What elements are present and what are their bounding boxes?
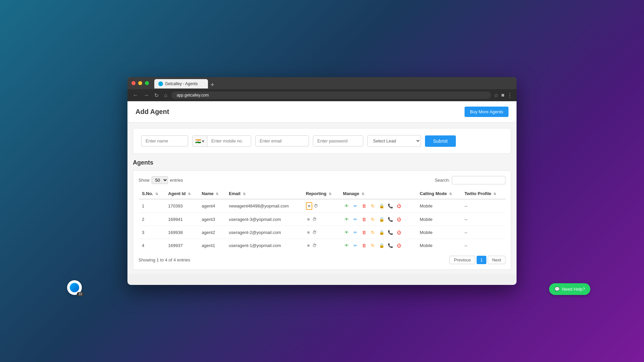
delete-icon[interactable]: 🗑 [361,242,368,249]
cell-twilio-profile: -- [461,226,505,239]
reload-button[interactable]: ↻ [153,92,160,99]
reporting-clock-icon[interactable]: ⏱ [312,243,317,248]
mobile-field-wrapper: 🇮🇳 ▾ [192,135,251,147]
delete-icon[interactable]: 🗑 [361,202,368,210]
url-bar[interactable] [171,92,491,99]
name-field[interactable] [141,135,188,146]
reporting-list-icon[interactable]: ≡ [306,202,313,210]
edit-icon[interactable]: ✏ [352,216,359,223]
mobile-input[interactable] [207,136,251,146]
phone-icon[interactable]: 📞 [387,216,394,223]
cell-email: useragent-2@yopmail.com [225,226,302,239]
edit-icon[interactable]: ✏ [352,229,359,236]
edit-icon[interactable]: ✏ [352,242,359,249]
reporting-clock-icon[interactable]: ⏱ [312,217,317,222]
new-tab-button[interactable]: + [211,81,214,88]
browser-tab[interactable]: Getcalley - Agents [154,79,208,88]
browser-titlebar: Getcalley - Agents + [127,77,517,89]
extensions-icon[interactable]: ■ [501,92,504,99]
col-email: Email ⇅ [225,188,302,199]
email-field[interactable] [255,135,309,146]
reporting-list-icon[interactable]: ≡ [306,216,311,223]
phone-icon[interactable]: 📞 [387,242,394,249]
cell-email: newagent48498@yopmail.com [225,199,302,213]
lock-icon[interactable]: 🔒 [378,202,385,210]
cell-name: agent4 [198,199,225,213]
show-entries-control: Show 50 entries [139,176,183,184]
pagination: Previous 1 Next [449,256,505,264]
back-button[interactable]: ← [131,92,140,98]
home-button[interactable]: ⌂ [163,92,169,98]
reporting-list-icon[interactable]: ≡ [306,229,311,236]
cell-calling-mode: Mobile [416,213,461,226]
whatsapp-icon: 💬 [554,287,560,292]
power-icon[interactable]: ⏻ [395,242,403,249]
power-icon[interactable]: ⏻ [395,202,403,210]
col-calling-mode: Calling Mode ⇅ [416,188,461,199]
page-content: Add Agent Buy More Agents 🇮🇳 ▾ Select Le… [127,101,517,274]
delete-icon[interactable]: 🗑 [361,216,368,223]
buy-more-agents-button[interactable]: Buy More Agents [465,107,508,117]
bookmark-icon[interactable]: ☆ [494,92,498,99]
cell-sno: 4 [139,239,165,252]
search-wrap: Search: [435,176,505,184]
view-icon[interactable]: 👁 [343,229,351,236]
view-icon[interactable]: 👁 [343,202,351,210]
sort-icon-calling-mode: ⇅ [449,192,452,196]
next-button[interactable]: Next [488,256,505,264]
sort-icon-manage: ⇅ [362,192,364,196]
cell-reporting: ≡⏱ [303,239,340,252]
select-lead-dropdown[interactable]: Select Lead [367,135,421,147]
page-header: Add Agent Buy More Agents [127,101,517,123]
sort-icon-reporting: ⇅ [329,192,331,196]
lock-icon[interactable]: 🔒 [378,229,385,236]
power-icon[interactable]: ⏻ [395,216,403,223]
showing-text: Showing 1 to 4 of 4 entries [139,257,190,262]
phone-icon[interactable]: 📞 [387,202,394,210]
cell-manage: 👁 ✏ 🗑 ↻ 🔒 📞 ⏻ [340,226,417,239]
lock-icon[interactable]: 🔒 [378,216,385,223]
cell-name: agent2 [198,226,225,239]
calley-logo-float: 33 [67,280,82,295]
country-flag[interactable]: 🇮🇳 ▾ [193,136,207,146]
refresh-icon[interactable]: ↻ [369,216,377,223]
add-agent-form: 🇮🇳 ▾ Select Lead Submit [133,128,511,154]
refresh-icon[interactable]: ↻ [369,229,377,236]
password-field[interactable] [313,135,363,146]
submit-button[interactable]: Submit [425,135,456,147]
table-controls: Show 50 entries Search: [139,176,505,184]
reporting-list-icon[interactable]: ≡ [306,242,311,249]
need-help-button[interactable]: 💬 Need Help? [549,283,590,295]
minimize-icon[interactable] [138,81,142,85]
show-label: Show [139,178,150,183]
table-header-row: S.No. ⇅ Agent Id ⇅ Name ⇅ Email ⇅ Report… [139,188,505,199]
maximize-icon[interactable] [145,81,149,85]
help-btn-label: Need Help? [562,287,585,292]
cell-agent-id: 169938 [165,226,198,239]
menu-icon[interactable]: ⋮ [507,92,513,99]
previous-button[interactable]: Previous [449,256,475,264]
sort-icon-twilio-profile: ⇅ [493,192,496,196]
entries-select[interactable]: 50 [152,176,168,184]
close-icon[interactable] [131,81,136,85]
col-sno: S.No. ⇅ [139,188,165,199]
cell-sno: 2 [139,213,165,226]
delete-icon[interactable]: 🗑 [361,229,368,236]
refresh-icon[interactable]: ↻ [369,202,377,210]
view-icon[interactable]: 👁 [343,216,351,223]
lock-icon[interactable]: 🔒 [378,242,385,249]
edit-icon[interactable]: ✏ [352,202,359,210]
forward-button[interactable]: → [142,92,150,98]
current-page[interactable]: 1 [477,256,486,264]
col-twilio-profile: Twilio Profile ⇅ [461,188,505,199]
reporting-clock-icon[interactable]: ⏱ [314,203,318,208]
search-input[interactable] [452,176,505,184]
refresh-icon[interactable]: ↻ [369,242,377,249]
reporting-clock-icon[interactable]: ⏱ [312,230,317,235]
power-icon[interactable]: ⏻ [395,229,403,236]
address-bar: ← → ↻ ⌂ ☆ ■ ⋮ [127,89,517,101]
phone-icon[interactable]: 📞 [387,229,394,236]
cell-reporting: ≡⏱ [303,226,340,239]
view-icon[interactable]: 👁 [343,242,351,249]
manage-icons: 👁 ✏ 🗑 ↻ 🔒 📞 ⏻ [343,229,413,236]
